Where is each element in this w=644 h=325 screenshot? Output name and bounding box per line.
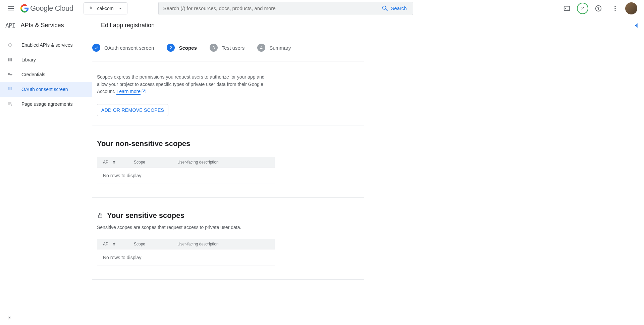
terminal-icon [563,5,571,12]
step-label: Summary [269,45,291,51]
sidebar-item-oauth-consent[interactable]: OAuth consent screen [0,82,92,97]
section-title: APIs & Services [21,22,64,29]
oauth-icon [7,86,13,93]
help-icon [595,5,602,12]
gcp-logo-icon [20,4,29,13]
col-description-header[interactable]: User-facing description [177,242,275,246]
step-number-badge: 3 [210,44,218,52]
sort-up-icon [111,159,117,165]
sidebar-item-credentials[interactable]: Credentials [0,67,92,82]
external-link-icon [141,89,146,94]
col-scope-header[interactable]: Scope [134,160,177,165]
sidebar-item-enabled-apis[interactable]: Enabled APIs & services [0,38,92,52]
col-description-header[interactable]: User-facing description [177,160,275,165]
step-label: Test users [222,45,245,51]
hamburger-menu-button[interactable] [3,0,19,16]
check-icon [94,45,99,50]
svg-point-0 [90,7,92,9]
step-label: Scopes [179,45,197,51]
sidebar-item-library[interactable]: Library [0,52,92,67]
step-number-badge: 4 [257,44,265,52]
help-button[interactable] [592,2,605,15]
sensitive-scopes-section: Your sensitive scopes Sensitive scopes a… [92,198,364,280]
step-done-icon [92,44,100,52]
step-separator [200,48,206,48]
more-vert-icon [611,5,619,12]
scopes-description-block: Scopes express the permissions you reque… [92,61,364,126]
sidebar-item-label: Credentials [21,72,45,77]
trial-count: 2 [581,6,584,11]
lock-icon [97,212,104,219]
step-separator [157,48,163,48]
col-desc-label: User-facing description [177,160,219,165]
sensitive-subtext: Sensitive scopes are scopes that request… [97,225,364,230]
show-info-panel-button[interactable] [628,17,644,34]
sensitive-heading-text: Your sensitive scopes [107,211,184,220]
step-label: OAuth consent screen [104,45,154,51]
sidebar: Enabled APIs & services Library Credenti… [0,34,92,325]
add-remove-scopes-button[interactable]: ADD OR REMOVE SCOPES [97,104,168,116]
col-api-header[interactable]: API [97,241,134,247]
section-header-row: API APIs & Services Edit app registratio… [0,17,644,34]
top-bar: Google Cloud cal-com Search 2 [0,0,644,17]
logo-text: Google Cloud [30,4,73,13]
step-number-badge: 2 [167,44,175,52]
non-sensitive-table: API Scope User-facing description No row… [97,157,275,184]
search-icon [381,5,389,12]
add-remove-scopes-label: ADD OR REMOVE SCOPES [101,107,164,113]
table-empty-message: No rows to display [97,168,275,184]
account-avatar[interactable] [625,2,637,14]
col-api-header[interactable]: API [97,159,134,165]
chevron-left-icon [6,314,13,321]
col-scope-label: Scope [134,242,145,246]
step-oauth-consent[interactable]: OAuth consent screen [92,44,154,52]
step-separator [248,48,254,48]
sidebar-item-label: Enabled APIs & services [21,42,73,48]
agreements-icon [7,101,13,107]
non-sensitive-heading: Your non-sensitive scopes [97,139,364,148]
top-right-actions: 2 [560,2,641,15]
col-scope-label: Scope [134,160,145,165]
project-switcher[interactable]: cal-com [84,2,127,14]
table-empty-message: No rows to display [97,249,275,266]
step-summary[interactable]: 4 Summary [257,44,291,52]
scopes-description: Scopes express the permissions you reque… [97,74,271,95]
google-cloud-logo[interactable]: Google Cloud [20,4,73,13]
col-api-label: API [103,160,109,165]
panel-open-icon [632,22,640,29]
non-sensitive-scopes-section: Your non-sensitive scopes API Scope User… [92,126,364,198]
project-name: cal-com [97,6,114,11]
stepper: OAuth consent screen 2 Scopes 3 Test use… [92,34,364,61]
step-scopes[interactable]: 2 Scopes [167,44,197,52]
main-content[interactable]: OAuth consent screen 2 Scopes 3 Test use… [92,34,644,325]
search-button[interactable]: Search [375,2,413,15]
cloud-shell-button[interactable] [560,2,574,15]
search-input[interactable] [163,5,370,11]
sidebar-item-agreements[interactable]: Page usage agreements [0,97,92,111]
search-input-wrapper [159,2,375,15]
sort-up-icon [111,241,117,247]
body-wrap: Enabled APIs & services Library Credenti… [0,34,644,325]
page-title: Edit app registration [101,22,155,29]
more-options-button[interactable] [608,2,622,15]
sensitive-table: API Scope User-facing description No row… [97,239,275,266]
free-trial-badge[interactable]: 2 [577,3,588,14]
search-container: Search [158,2,413,15]
learn-more-link[interactable]: Learn more [116,89,141,95]
col-desc-label: User-facing description [177,242,219,246]
credentials-icon [7,71,13,78]
enabled-apis-icon [7,42,13,48]
sidebar-item-label: Library [21,57,36,62]
table-header: API Scope User-facing description [97,157,275,168]
sidebar-collapse-button[interactable] [6,314,13,321]
col-api-label: API [103,242,109,246]
menu-icon [7,4,15,12]
step-test-users[interactable]: 3 Test users [210,44,245,52]
search-button-label: Search [391,5,407,11]
table-header: API Scope User-facing description [97,239,275,249]
sidebar-item-label: Page usage agreements [21,101,73,107]
col-scope-header[interactable]: Scope [134,242,177,246]
sidebar-item-label: OAuth consent screen [21,87,68,92]
section-right: Edit app registration [92,17,628,34]
section-left: API APIs & Services [0,17,92,34]
